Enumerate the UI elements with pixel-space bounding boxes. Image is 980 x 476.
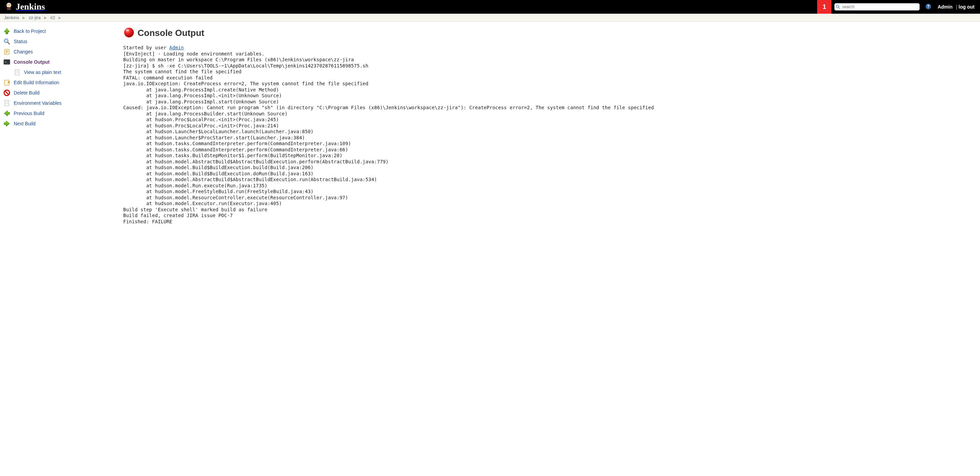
svg-point-29 bbox=[126, 29, 129, 32]
console-line-started-by: Started by user bbox=[123, 45, 169, 50]
console-user-link[interactable]: Admin bbox=[169, 45, 184, 50]
separator: | bbox=[956, 4, 959, 10]
search-input[interactable] bbox=[834, 3, 920, 11]
document-icon bbox=[3, 100, 10, 107]
sidebar-item-back-to-project[interactable]: Back to Project bbox=[3, 26, 120, 36]
chevron-right-icon: ▶ bbox=[44, 16, 47, 19]
sidebar-item-previous-build[interactable]: Previous Build bbox=[3, 108, 120, 118]
help-icon[interactable]: ? bbox=[923, 3, 934, 11]
main-content: Console Output Started by user Admin [En… bbox=[123, 22, 980, 238]
svg-point-28 bbox=[124, 28, 134, 37]
svg-rect-24 bbox=[5, 100, 9, 106]
svg-line-10 bbox=[8, 42, 10, 44]
console-output: Started by user Admin [EnvInject] - Load… bbox=[123, 45, 977, 225]
jenkins-mascot-icon bbox=[4, 2, 14, 12]
sidebar-item-view-plain-text[interactable]: View as plain text bbox=[3, 67, 120, 77]
search-box bbox=[834, 3, 920, 11]
jenkins-logo[interactable]: Jenkins bbox=[0, 0, 49, 14]
admin-link[interactable]: Admin bbox=[934, 4, 956, 10]
sidebar-item-label: Previous Build bbox=[14, 110, 45, 116]
svg-point-4 bbox=[10, 5, 10, 5]
breadcrumb: Jenkins ▶ zz-jira ▶ #2 ▶ bbox=[0, 14, 980, 22]
arrow-right-green-icon bbox=[3, 120, 10, 127]
svg-rect-2 bbox=[8, 8, 10, 8]
svg-point-5 bbox=[836, 5, 839, 8]
sidebar-item-label: Environment Variables bbox=[14, 100, 62, 106]
chevron-right-icon: ▶ bbox=[22, 16, 25, 19]
sidebar-item-label: Status bbox=[14, 39, 27, 44]
page-title: Console Output bbox=[123, 27, 977, 39]
svg-line-6 bbox=[839, 8, 840, 9]
console-body: [EnvInject] - Loading node environment v… bbox=[123, 51, 654, 224]
sidebar-item-console-output[interactable]: >_ Console Output bbox=[3, 57, 120, 67]
sidebar-item-label: Next Build bbox=[14, 121, 36, 126]
build-status-ball-red-icon bbox=[123, 27, 135, 39]
sidebar-item-label: View as plain text bbox=[24, 70, 61, 75]
sidebar-item-label: Changes bbox=[14, 49, 33, 54]
breadcrumb-item[interactable]: #2 bbox=[50, 15, 55, 20]
sidebar-item-status[interactable]: Status bbox=[3, 36, 120, 46]
document-icon bbox=[14, 69, 21, 76]
sidebar-item-label: Delete Build bbox=[14, 90, 40, 96]
sidebar-item-changes[interactable]: Changes bbox=[3, 46, 120, 57]
svg-rect-17 bbox=[15, 70, 19, 75]
svg-text:?: ? bbox=[927, 4, 929, 9]
top-header: Jenkins 1 ? Admin | log out bbox=[0, 0, 980, 14]
breadcrumb-item[interactable]: zz-jira bbox=[29, 15, 41, 20]
sidebar-item-delete-build[interactable]: Delete Build bbox=[3, 88, 120, 98]
notification-badge[interactable]: 1 bbox=[817, 0, 832, 14]
sidebar-item-env-vars[interactable]: Environment Variables bbox=[3, 98, 120, 108]
page-title-text: Console Output bbox=[138, 28, 204, 38]
no-entry-icon bbox=[3, 89, 10, 96]
jenkins-logo-text: Jenkins bbox=[16, 2, 45, 12]
arrow-up-green-icon bbox=[3, 28, 10, 35]
breadcrumb-item[interactable]: Jenkins bbox=[4, 15, 19, 20]
sidebar: Back to Project Status Changes >_ Consol… bbox=[0, 22, 123, 238]
sidebar-item-next-build[interactable]: Next Build bbox=[3, 118, 120, 129]
svg-point-3 bbox=[8, 5, 8, 5]
sidebar-item-edit-build-info[interactable]: Edit Build Information bbox=[3, 77, 120, 88]
magnifier-icon bbox=[3, 38, 10, 45]
svg-point-9 bbox=[5, 39, 8, 43]
notepad-icon bbox=[3, 48, 10, 55]
sidebar-item-label: Console Output bbox=[14, 59, 49, 65]
svg-text:>_: >_ bbox=[5, 60, 8, 64]
notepad-edit-icon bbox=[3, 79, 10, 86]
logout-link[interactable]: log out bbox=[958, 4, 980, 10]
sidebar-item-label: Back to Project bbox=[14, 29, 46, 34]
terminal-icon: >_ bbox=[3, 59, 10, 65]
chevron-right-icon: ▶ bbox=[59, 16, 61, 19]
arrow-left-green-icon bbox=[3, 110, 10, 117]
sidebar-item-label: Edit Build Information bbox=[14, 80, 59, 85]
